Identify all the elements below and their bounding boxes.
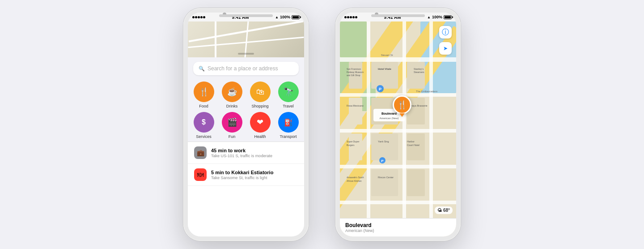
map-lines [188, 21, 304, 57]
svg-rect-22 [349, 98, 362, 124]
marker-tail [399, 113, 405, 117]
category-drinks[interactable]: ☕ Drinks [220, 82, 244, 108]
battery-percent-1: 100% [280, 15, 290, 19]
phone-2: 9:41 AM ▲ 100% [335, 8, 461, 241]
category-shopping-icon: 🛍 [250, 82, 271, 102]
svg-rect-16 [407, 62, 425, 89]
category-health-label: Health [254, 134, 266, 139]
search-placeholder: Search for a place or address [208, 65, 278, 72]
search-icon: 🔍 [199, 66, 205, 72]
svg-text:African Kitchen: African Kitchen [347, 180, 362, 182]
svg-rect-12 [367, 21, 370, 236]
svg-text:American (New): American (New) [379, 117, 398, 120]
map-background: Steuart St The Embarcadero Hotel Vitale … [340, 21, 456, 236]
battery-icon-2 [444, 15, 452, 19]
food-map-marker[interactable]: 🍴 [393, 95, 411, 117]
status-bar-2: 9:41 AM ▲ 100% [340, 13, 456, 21]
drag-handle[interactable] [238, 53, 254, 55]
svg-text:P: P [379, 87, 381, 91]
location-icon-2: ▲ [427, 15, 431, 19]
category-food-icon: 🍴 [194, 82, 214, 102]
category-fun-label: Fun [229, 134, 236, 139]
battery-fill-1 [292, 16, 299, 18]
map-preview-thumbnail [188, 21, 304, 57]
categories-grid: 🍴 Food ☕ Drinks 🛍 Shopping 🔭 Travel [188, 79, 304, 142]
map-full-view[interactable]: Steuart St The Embarcadero Hotel Vitale … [340, 21, 456, 236]
svg-text:P: P [381, 159, 384, 163]
svg-text:The Embarcadero: The Embarcadero [416, 90, 438, 93]
weather-badge: 🌤 68° [435, 206, 453, 214]
category-food-label: Food [199, 104, 208, 108]
suggestion-work-subtitle: Take US-101 S, traffic is moderate [211, 154, 298, 158]
svg-rect-23 [371, 169, 398, 196]
bottom-card-title: Boulevard [345, 222, 451, 228]
category-shopping-label: Shopping [251, 104, 268, 108]
svg-text:Railway Museum: Railway Museum [347, 71, 364, 73]
info-button[interactable]: ⓘ [439, 26, 452, 39]
svg-text:Steamers: Steamers [414, 71, 424, 73]
battery-icon-1 [292, 15, 300, 19]
svg-rect-13 [402, 21, 406, 236]
category-travel[interactable]: 🔭 Travel [276, 82, 301, 108]
svg-text:Hotel Vitale: Hotel Vitale [378, 68, 391, 70]
suggestion-work-icon: 💼 [194, 146, 207, 159]
category-travel-label: Travel [283, 104, 294, 108]
svg-rect-20 [371, 133, 398, 160]
category-transport[interactable]: ⛽ Transport [276, 112, 301, 139]
svg-rect-21 [407, 133, 425, 160]
location-icon-1: ▲ [275, 15, 279, 19]
svg-text:Yank Sing: Yank Sing [378, 140, 389, 143]
suggestion-work-title: 45 min to work [211, 148, 298, 153]
svg-rect-25 [349, 133, 362, 160]
svg-text:Rincon Center: Rincon Center [378, 176, 394, 179]
phone1-main-content: 🔍 Search for a place or address 🍴 Food ☕… [188, 57, 304, 236]
battery-percent-2: 100% [432, 15, 442, 19]
category-travel-icon: 🔭 [278, 82, 299, 102]
svg-text:Steuart St: Steuart St [381, 54, 393, 56]
category-drinks-icon: ☕ [222, 82, 242, 102]
suggestion-work[interactable]: 💼 45 min to work Take US-101 S, traffic … [188, 142, 304, 164]
suggestion-restaurant-subtitle: Take Sansome St, traffic is light [211, 176, 298, 180]
svg-rect-11 [340, 201, 456, 204]
signal-dots [192, 15, 206, 19]
svg-text:San Francisco: San Francisco [347, 68, 361, 70]
weather-temp: 68° [443, 208, 450, 213]
map-road-v1 [215, 21, 216, 57]
svg-text:and Gift Shop: and Gift Shop [347, 74, 360, 77]
map-road-v2 [245, 21, 249, 57]
category-health-icon: ❤ [250, 112, 271, 133]
svg-rect-10 [340, 165, 456, 168]
battery-fill-2 [445, 16, 451, 18]
marker-food-icon: 🍴 [393, 95, 411, 114]
category-food[interactable]: 🍴 Food [191, 82, 216, 108]
search-bar[interactable]: 🔍 Search for a place or address [193, 62, 299, 75]
phone-speaker [219, 14, 273, 17]
svg-text:Burgers: Burgers [347, 144, 355, 146]
category-services-label: Services [196, 134, 212, 139]
svg-text:Stanley's: Stanley's [414, 68, 424, 70]
svg-rect-9 [340, 129, 456, 133]
suggestion-restaurant[interactable]: 🍽 5 min to Kokkari Estiatorio Take Sanso… [188, 164, 304, 186]
suggestions-list: 💼 45 min to work Take US-101 S, traffic … [188, 142, 304, 236]
category-shopping[interactable]: 🛍 Shopping [248, 82, 272, 108]
battery-area-1: ▲ 100% [275, 15, 300, 19]
phone-1-screen: 9:41 AM ▲ 100% 🔍 Search fo [188, 13, 304, 236]
category-health[interactable]: ❤ Health [248, 112, 272, 139]
category-services[interactable]: $ Services [191, 112, 216, 139]
category-services-icon: $ [194, 112, 214, 133]
svg-rect-7 [340, 57, 456, 62]
signal-area [192, 15, 206, 19]
bottom-location-card[interactable]: Boulevard American (New) [340, 218, 456, 236]
svg-rect-14 [429, 21, 433, 236]
svg-rect-2 [340, 21, 367, 57]
svg-text:Amawele's South: Amawele's South [347, 176, 364, 179]
category-fun[interactable]: 🎬 Fun [220, 112, 244, 139]
svg-rect-24 [407, 169, 425, 196]
suggestion-restaurant-text: 5 min to Kokkari Estiatorio Take Sansome… [211, 170, 298, 180]
status-bar-1: 9:41 AM ▲ 100% [188, 13, 304, 21]
weather-icon: 🌤 [437, 208, 442, 213]
bottom-card-subtitle: American (New) [345, 228, 451, 233]
suggestion-restaurant-icon: 🍽 [194, 168, 207, 181]
location-button[interactable]: ➤ [439, 42, 452, 55]
signal-dots-2 [344, 15, 358, 19]
